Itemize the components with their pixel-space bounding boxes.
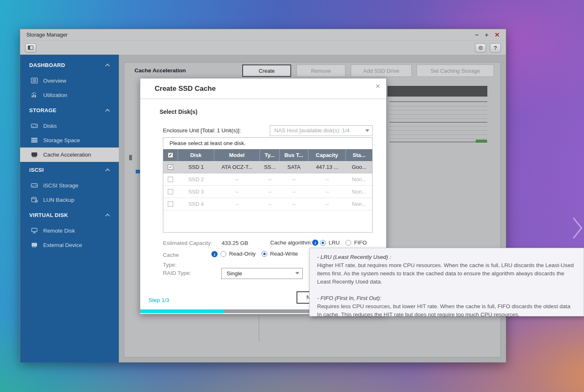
sidebar-item-disks[interactable]: Disks — [20, 119, 119, 133]
sidebar-section-virtual-disk[interactable]: VIRTUAL DISK — [20, 207, 119, 224]
column-header-1[interactable]: Model — [214, 149, 260, 161]
select-all-checkbox[interactable]: ✓ — [168, 152, 173, 158]
disk-cell: SS... — [260, 161, 280, 173]
background-row-line — [389, 110, 487, 111]
sidebar-item-overview[interactable]: Overview — [20, 74, 119, 88]
disk-row-4[interactable]: SSD 4--------Non... — [163, 198, 372, 210]
algorithm-label: FIFO — [354, 240, 367, 246]
background-row-line — [389, 134, 487, 135]
sidebar-item-label: Disks — [43, 123, 57, 129]
enclosure-unit-dropdown[interactable]: NAS Host [available disk(s): 1/4 — [270, 125, 373, 136]
help-button[interactable]: ? — [490, 43, 501, 53]
raid-type-value: Single — [227, 270, 242, 277]
background-row-line — [389, 106, 487, 106]
disk-cell: -- — [308, 198, 346, 210]
select-disks-heading: Select Disk(s) — [160, 108, 197, 115]
close-icon[interactable]: ✕ — [494, 32, 500, 38]
disk-cell: -- — [260, 173, 280, 185]
stack-icon — [31, 137, 38, 143]
sidebar-item-label: Remote Disk — [43, 228, 75, 234]
tooltip-fifo-title: - FIFO (First In, First Out): — [317, 294, 576, 302]
disk-cell: Non... — [346, 186, 372, 198]
disk-row-3[interactable]: SSD 3--------Non... — [163, 186, 372, 198]
minimize-icon[interactable]: − — [475, 32, 479, 38]
cache-type-radio-read-write[interactable] — [262, 251, 267, 257]
disk-cell: -- — [260, 198, 280, 210]
disk-cell: SATA — [280, 161, 308, 173]
sidebar-section-iscsi[interactable]: iSCSI — [20, 162, 119, 178]
estimated-capacity-value: 433.25 GB — [222, 240, 248, 246]
layout-toggle-button[interactable] — [25, 43, 36, 53]
sidebar-section-dashboard[interactable]: DASHBOARD — [20, 57, 119, 74]
dialog-header: Create SSD Cache ✕ — [140, 78, 386, 99]
disk-table: Please select at least one disk. ✓DiskMo… — [163, 137, 373, 233]
sidebar-item-iscsi-storage[interactable]: iSCSI Storage — [20, 178, 119, 193]
sidebar-section-label: iSCSI — [29, 162, 44, 178]
remove-button[interactable]: Remove — [297, 65, 345, 77]
disk-cell: -- — [214, 173, 260, 185]
sidebar-item-remote-disk[interactable]: Remote Disk — [20, 224, 119, 238]
dialog-close-icon[interactable]: ✕ — [375, 83, 380, 90]
disk-table-header: ✓DiskModelTy...Bus T...CapacitySta... — [163, 149, 372, 161]
chevron-up-icon — [105, 168, 110, 173]
chevron-up-icon — [105, 214, 110, 218]
disk-cell: SSD 4 — [178, 198, 214, 210]
disk-cell: ATA OCZ-T... — [214, 161, 260, 173]
disk-checkbox[interactable] — [168, 177, 173, 182]
algorithm-radio-lru[interactable] — [320, 240, 326, 246]
column-header-2[interactable]: Ty... — [260, 149, 280, 161]
disk-row-1[interactable]: ✓SSD 1ATA OCZ-T...SS...SATA447.13 ...Goo… — [163, 161, 372, 173]
column-header-3[interactable]: Bus T... — [280, 149, 308, 161]
sidebar-item-label: Storage Space — [43, 137, 80, 143]
window-titlebar[interactable]: Storage Manager − + ✕ — [20, 29, 506, 41]
maximize-icon[interactable]: + — [485, 32, 489, 38]
set-caching-storage-button[interactable]: Set Caching Storage — [417, 65, 494, 77]
chevron-up-icon — [105, 109, 110, 113]
raid-type-label: RAID Type: — [163, 270, 191, 276]
create-button[interactable]: Create — [242, 65, 291, 77]
cache-type-radio-read-only[interactable] — [220, 251, 226, 257]
disk-checkbox[interactable]: ✓ — [168, 164, 173, 170]
cache-disk-icon — [31, 152, 38, 158]
column-header-5[interactable]: Sta... — [346, 149, 372, 161]
raid-type-dropdown[interactable]: Single — [221, 268, 303, 279]
disk-checkbox[interactable] — [168, 201, 173, 207]
disk-row-2[interactable]: SSD 2--------Non... — [163, 173, 372, 186]
disk-checkbox[interactable] — [168, 189, 173, 194]
settings-button[interactable]: ⚙ — [475, 43, 486, 53]
monitor-disk-icon — [31, 228, 38, 234]
sidebar-section-label: DASHBOARD — [29, 57, 65, 74]
background-row-line — [389, 138, 487, 139]
column-header-4[interactable]: Capacity — [308, 149, 346, 161]
sidebar-item-cache-acceleration[interactable]: Cache Acceleration — [20, 148, 119, 162]
sidebar-item-label: iSCSI Storage — [43, 182, 79, 189]
disk-cell: Goo... — [346, 161, 372, 173]
wizard-progress-fill — [140, 309, 224, 313]
background-row-line — [389, 130, 487, 131]
tooltip-fifo-body: Requires less CPU resources, but lower H… — [317, 302, 576, 319]
algorithm-radio-fifo[interactable] — [345, 240, 351, 246]
gear-icon: ⚙ — [478, 45, 483, 51]
desktop-next-arrow-icon[interactable] — [572, 215, 583, 241]
sidebar-section-storage[interactable]: STORAGE — [20, 102, 119, 119]
disk-cell: SSD 3 — [178, 186, 214, 198]
row-checkbox-cell — [163, 198, 178, 210]
info-icon[interactable]: i — [312, 240, 318, 246]
sidebar-item-external-device[interactable]: External Device — [20, 238, 119, 252]
add-ssd-drive-button[interactable]: Add SSD Drive — [351, 65, 412, 77]
background-row-line — [389, 142, 487, 142]
chevron-up-icon — [105, 64, 110, 68]
page-toolbar: Cache Acceleration CreateRemoveAdd SSD D… — [124, 62, 501, 79]
background-fragment-gray — [129, 155, 132, 160]
sidebar-item-storage-space[interactable]: Storage Space — [20, 133, 119, 148]
header-checkbox-cell: ✓ — [163, 149, 178, 161]
cache-type-label: Read-Write — [270, 251, 298, 257]
doc-lines-icon — [31, 78, 38, 84]
column-header-0[interactable]: Disk — [178, 149, 214, 161]
sidebar-item-lun-backup[interactable]: LUN Backup — [20, 193, 119, 207]
window-toolbar: ⚙ ? — [20, 41, 506, 55]
info-icon[interactable]: i — [211, 251, 218, 257]
enclosure-unit-label: Enclosure Unit [Total: 1 Unit(s)]: — [163, 127, 241, 134]
sidebar-item-label: External Device — [43, 242, 82, 248]
sidebar-item-utilization[interactable]: Utilization — [20, 88, 119, 102]
